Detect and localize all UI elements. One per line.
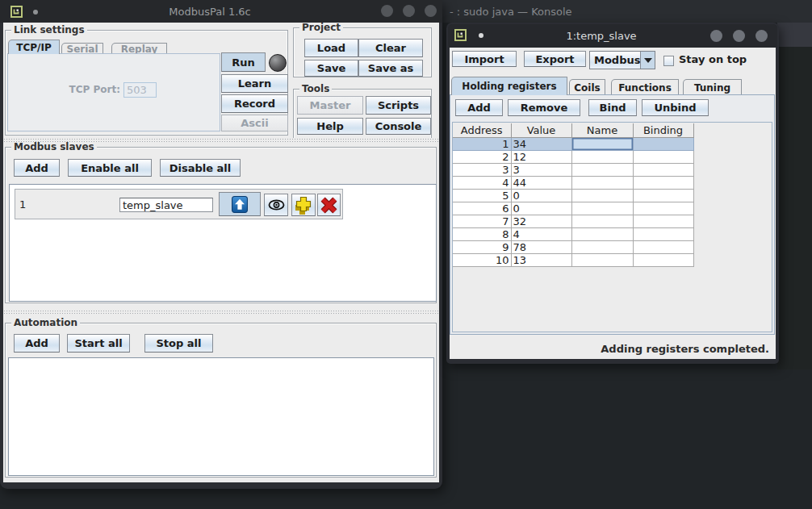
tab-holding-registers[interactable]: Holding registers <box>451 77 567 95</box>
bind-button[interactable]: Bind <box>588 99 637 116</box>
delete-x-icon <box>320 197 337 214</box>
modbus-slaves-title: Modbus slaves <box>11 142 97 152</box>
console-button[interactable]: Console <box>366 118 431 135</box>
project-group: Project Load Clear Save Save as <box>293 27 432 77</box>
col-name[interactable]: Name <box>571 123 633 137</box>
record-button[interactable]: Record <box>221 94 288 113</box>
remove-register-button[interactable]: Remove <box>508 99 580 116</box>
window-button-icon[interactable] <box>733 30 745 42</box>
stay-on-top-checkbox[interactable] <box>663 56 674 66</box>
register-table-scrollpane: Address Value Name Binding 134 212 33 44… <box>452 122 772 332</box>
table-row[interactable]: 212 <box>453 150 693 163</box>
konsole-titlebar: - : sudo java — Konsole <box>442 0 812 23</box>
window-button-icon[interactable] <box>710 30 722 42</box>
save-as-button[interactable]: Save as <box>358 60 423 77</box>
tab-replay[interactable]: Replay <box>111 43 167 54</box>
window-title: ModbusPal 1.6c <box>0 0 431 23</box>
modbus-combo[interactable]: Modbus <box>589 51 655 69</box>
ascii-button: Ascii <box>221 115 288 131</box>
up-arrow-icon <box>232 196 248 213</box>
combo-value: Modbus <box>590 52 640 69</box>
eye-icon <box>268 199 285 211</box>
slave-id: 1 <box>19 190 26 219</box>
table-row[interactable]: 978 <box>453 240 693 253</box>
window-button-icon[interactable] <box>425 5 437 17</box>
unbind-button[interactable]: Unbind <box>642 99 709 116</box>
import-button[interactable]: Import <box>452 51 517 67</box>
start-all-button[interactable]: Start all <box>67 334 130 353</box>
load-button[interactable]: Load <box>304 39 358 57</box>
konsole-terminal-strip <box>777 47 812 369</box>
table-row[interactable]: 33 <box>453 163 693 176</box>
scripts-button[interactable]: Scripts <box>366 96 431 115</box>
enable-all-button[interactable]: Enable all <box>68 159 152 177</box>
tools-title: Tools <box>299 84 332 94</box>
desktop: - : sudo java — Konsole ModbusPal 1.6c L… <box>0 0 812 509</box>
modbuspal-window: ModbusPal 1.6c Link settings TCP/IP Seri… <box>0 0 442 489</box>
stay-on-top-label: Stay on top <box>679 53 747 65</box>
automation-title: Automation <box>11 318 80 328</box>
clear-button[interactable]: Clear <box>358 39 423 57</box>
window-button-icon[interactable] <box>755 30 768 42</box>
link-settings-title: Link settings <box>11 25 87 35</box>
window-button-icon[interactable] <box>403 5 415 17</box>
table-row[interactable]: 134 <box>453 137 693 150</box>
plus-icon <box>294 195 313 215</box>
table-row[interactable]: 50 <box>453 189 693 202</box>
slave-add-button[interactable] <box>291 194 316 216</box>
col-binding[interactable]: Binding <box>633 123 693 137</box>
run-button[interactable]: Run <box>221 52 266 72</box>
konsole-title: - : sudo java — Konsole <box>450 0 572 23</box>
export-button[interactable]: Export <box>524 51 586 67</box>
stop-all-button[interactable]: Stop all <box>144 334 213 353</box>
dialog-content: Import Export Modbus Stay on top Holding… <box>450 48 776 359</box>
holding-registers-panel: Add Remove Bind Unbind Address Value Nam… <box>450 94 775 335</box>
master-button: Master <box>297 96 363 115</box>
combo-arrow-icon[interactable] <box>640 52 655 69</box>
slave-view-button[interactable] <box>264 194 288 216</box>
slave-delete-button[interactable] <box>317 194 341 216</box>
automation-list <box>8 357 434 476</box>
tcp-port-label: TCP Port: <box>60 84 120 95</box>
automation-group: Automation Add Start all Stop all <box>5 323 437 478</box>
tab-tuning[interactable]: Tuning <box>683 79 742 95</box>
table-row[interactable]: 60 <box>453 202 693 215</box>
modbus-slaves-group: Modbus slaves Add Enable all Disable all… <box>5 147 437 303</box>
tab-coils[interactable]: Coils <box>569 79 605 95</box>
slave-row[interactable]: 1 <box>15 189 343 219</box>
col-address[interactable]: Address <box>453 123 511 137</box>
name-edit-cell[interactable] <box>571 137 633 150</box>
split-divider[interactable] <box>3 310 439 315</box>
disable-all-button[interactable]: Disable all <box>160 159 241 177</box>
add-register-button[interactable]: Add <box>455 99 503 116</box>
slave-enable-toggle[interactable] <box>219 192 261 216</box>
tab-functions[interactable]: Functions <box>611 79 679 95</box>
table-row[interactable]: 84 <box>453 227 693 240</box>
status-message: Adding registers completed. <box>601 343 769 355</box>
run-led-icon <box>269 54 287 72</box>
tab-serial[interactable]: Serial <box>61 43 103 54</box>
col-value[interactable]: Value <box>511 123 571 137</box>
modbuspal-content: Link settings TCP/IP Serial Replay TCP P… <box>3 23 439 482</box>
tools-group: Tools Master Scripts Help Console <box>293 89 432 140</box>
konsole-toolbar-strip <box>777 23 812 47</box>
table-header: Address Value Name Binding <box>453 123 693 137</box>
table-row[interactable]: 732 <box>453 215 693 227</box>
dialog-titlebar[interactable]: 1:temp_slave <box>448 24 777 48</box>
add-automation-button[interactable]: Add <box>14 334 60 353</box>
add-slave-button[interactable]: Add <box>14 159 60 177</box>
modbuspal-titlebar[interactable]: ModbusPal 1.6c <box>0 0 442 23</box>
window-button-icon[interactable] <box>381 5 393 17</box>
tab-tcpip[interactable]: TCP/IP <box>8 40 60 54</box>
help-button[interactable]: Help <box>297 118 363 135</box>
table-row[interactable]: 1013 <box>453 253 693 266</box>
project-title: Project <box>299 23 343 33</box>
slave-name-input[interactable] <box>119 198 213 212</box>
table-row[interactable]: 444 <box>453 176 693 189</box>
learn-button[interactable]: Learn <box>221 74 288 93</box>
tcp-port-input[interactable] <box>123 82 157 98</box>
slave-dialog: 1:temp_slave Import Export Modbus Stay o… <box>446 23 779 364</box>
save-button[interactable]: Save <box>304 60 358 77</box>
register-table: Address Value Name Binding 134 212 33 44… <box>453 123 694 267</box>
slave-list: 1 <box>9 184 437 302</box>
